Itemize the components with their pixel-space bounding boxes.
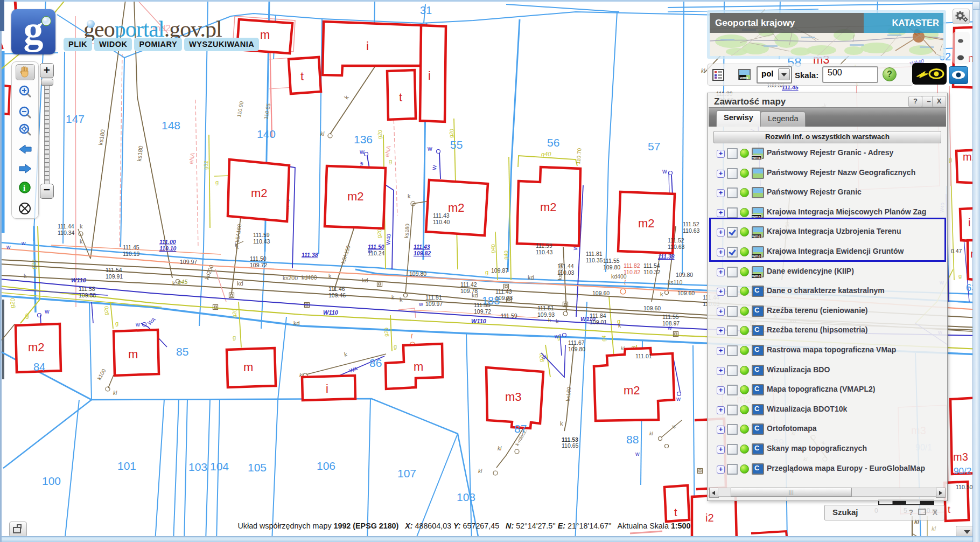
svg-text:kl: kl (113, 390, 117, 396)
svg-text:m: m (260, 28, 270, 41)
svg-text:w: w (554, 333, 559, 339)
svg-text:111.46: 111.46 (328, 286, 345, 292)
svg-text:109.46: 109.46 (328, 292, 346, 298)
svg-text:g: g (394, 343, 397, 350)
svg-text:w: w (667, 324, 672, 331)
svg-text:k: k (660, 291, 663, 297)
svg-text:111.58: 111.58 (79, 286, 95, 292)
svg-text:111.43: 111.43 (495, 288, 512, 295)
svg-text:w: w (662, 168, 667, 175)
svg-text:101: 101 (117, 460, 136, 472)
svg-text:0.47: 0.47 (951, 248, 962, 254)
svg-text:111.42: 111.42 (460, 281, 477, 288)
svg-text:147: 147 (66, 113, 85, 125)
svg-text:kd400: kd400 (302, 274, 317, 281)
svg-text:109.97: 109.97 (180, 259, 197, 265)
svg-text:m: m (414, 360, 423, 373)
svg-text:111.59: 111.59 (501, 312, 517, 319)
svg-text:g25: g25 (30, 259, 38, 269)
svg-text:110.03: 110.03 (557, 269, 574, 276)
svg-text:105: 105 (248, 461, 267, 474)
svg-text:111.55: 111.55 (603, 258, 620, 264)
svg-text:g20: g20 (376, 228, 382, 238)
svg-text:m: m (128, 348, 138, 361)
svg-text:109.23: 109.23 (495, 295, 513, 301)
svg-text:m2: m2 (638, 217, 655, 230)
svg-text:g40: g40 (489, 244, 496, 253)
svg-text:w: w (21, 240, 26, 246)
svg-text:k: k (400, 296, 403, 303)
svg-text:109.93: 109.93 (537, 311, 555, 318)
svg-text:kd: kd (293, 320, 300, 326)
svg-text:w: w (427, 145, 432, 152)
svg-text:111.51: 111.51 (537, 305, 554, 311)
svg-text:t: t (300, 70, 304, 83)
svg-text:148: 148 (162, 119, 180, 131)
svg-text:k: k (236, 244, 239, 250)
svg-text:W: W (431, 164, 438, 170)
svg-text:g40: g40 (502, 250, 509, 260)
svg-text:55: 55 (450, 138, 463, 151)
svg-text:m3: m3 (505, 390, 522, 404)
svg-text:84: 84 (33, 361, 45, 373)
svg-text:111.50: 111.50 (250, 255, 267, 262)
svg-text:w: w (676, 395, 681, 402)
svg-text:103: 103 (188, 461, 207, 473)
svg-text:g: g (233, 334, 236, 341)
svg-text:k: k (408, 193, 411, 199)
svg-text:111.59: 111.59 (253, 232, 270, 238)
svg-text:111.00: 111.00 (159, 239, 176, 245)
svg-text:109.80: 109.80 (409, 270, 426, 277)
svg-text:110.35: 110.35 (586, 257, 603, 263)
svg-text:109.58: 109.58 (79, 292, 96, 298)
svg-text:kl: kl (701, 68, 705, 74)
svg-text:104: 104 (210, 460, 229, 472)
svg-text:g4: g4 (600, 335, 607, 342)
svg-text:111.54: 111.54 (643, 262, 660, 269)
svg-text:111.43: 111.43 (433, 212, 450, 219)
svg-text:kd: kd (362, 277, 368, 283)
svg-text:57: 57 (648, 140, 660, 152)
svg-text:W110: W110 (323, 309, 339, 316)
svg-text:31: 31 (420, 4, 432, 16)
svg-text:100: 100 (42, 475, 61, 487)
svg-text:87: 87 (514, 422, 527, 435)
svg-text:kl: kl (498, 446, 502, 451)
svg-text:g20: g20 (231, 308, 237, 318)
svg-text:140: 140 (257, 128, 276, 140)
svg-text:kd: kd (237, 280, 243, 287)
svg-text:g20: g20 (448, 128, 454, 138)
svg-text:m2: m2 (624, 384, 640, 397)
svg-text:w: w (418, 301, 423, 307)
svg-text:109.87: 109.87 (491, 267, 508, 274)
svg-text:109.78: 109.78 (460, 288, 478, 294)
svg-text:109.97: 109.97 (425, 301, 443, 307)
svg-text:k: k (172, 280, 176, 287)
svg-text:110.34: 110.34 (58, 230, 74, 236)
svg-text:111.38: 111.38 (658, 253, 675, 260)
svg-text:k: k (560, 420, 563, 427)
svg-text:110.63: 110.63 (668, 244, 684, 250)
svg-text:110.50: 110.50 (956, 484, 972, 490)
svg-text:110.40: 110.40 (433, 219, 450, 225)
svg-text:110.43: 110.43 (253, 238, 270, 245)
svg-text:111.44: 111.44 (557, 263, 574, 269)
svg-text:111.44: 111.44 (58, 223, 74, 230)
svg-text:111.01: 111.01 (635, 353, 652, 359)
svg-text:k: k (618, 322, 621, 329)
svg-text:109.80: 109.80 (603, 264, 620, 270)
svg-text:56: 56 (547, 136, 559, 149)
svg-text:k: k (391, 294, 395, 301)
svg-text:w: w (359, 148, 365, 156)
svg-text:w: w (6, 244, 11, 250)
svg-text:g20: g20 (383, 327, 389, 337)
svg-text:136: 136 (354, 133, 373, 145)
svg-text:t: t (948, 504, 950, 515)
svg-text:i: i (366, 39, 369, 53)
svg-text:106: 106 (317, 460, 335, 472)
svg-text:m2: m2 (28, 341, 45, 354)
svg-text:109.72: 109.72 (250, 262, 267, 268)
svg-text:109.60: 109.60 (592, 290, 610, 296)
svg-text:110.43: 110.43 (536, 249, 552, 255)
svg-text:111.45: 111.45 (123, 244, 139, 251)
